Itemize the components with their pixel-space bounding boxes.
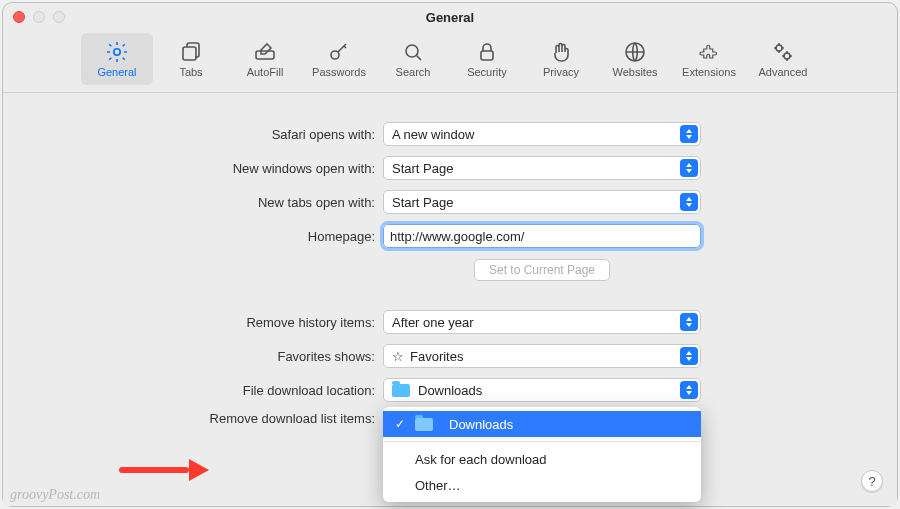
chevrons-icon — [680, 381, 698, 399]
gear-icon — [105, 40, 129, 64]
close-window-button[interactable] — [13, 11, 25, 23]
svg-rect-5 — [481, 51, 493, 60]
set-current-page-button[interactable]: Set to Current Page — [474, 259, 610, 281]
select-value: Start Page — [392, 161, 453, 176]
menu-item-label: Downloads — [449, 417, 513, 432]
folder-icon — [392, 384, 410, 397]
chevrons-icon — [680, 159, 698, 177]
new-tabs-select[interactable]: Start Page — [383, 190, 701, 214]
puzzle-icon — [697, 40, 721, 64]
chevrons-icon — [680, 347, 698, 365]
zoom-window-button[interactable] — [53, 11, 65, 23]
tab-label: Search — [396, 66, 431, 78]
select-value: A new window — [392, 127, 474, 142]
new-windows-label: New windows open with: — [3, 161, 383, 176]
tab-label: Tabs — [179, 66, 202, 78]
svg-point-7 — [776, 45, 782, 51]
tab-label: Websites — [612, 66, 657, 78]
chevrons-icon — [680, 193, 698, 211]
annotation-arrow — [119, 461, 209, 479]
menu-separator — [383, 441, 701, 442]
hand-icon — [549, 40, 573, 64]
tab-websites[interactable]: Websites — [599, 33, 671, 85]
download-location-select[interactable]: Downloads — [383, 378, 701, 402]
tab-label: Privacy — [543, 66, 579, 78]
tab-label: Extensions — [682, 66, 736, 78]
select-value: Favorites — [410, 349, 463, 364]
preferences-window: General General Tabs AutoFill Passwords … — [2, 2, 898, 507]
menu-item-label: Other… — [415, 478, 461, 493]
new-windows-select[interactable]: Start Page — [383, 156, 701, 180]
tab-general[interactable]: General — [81, 33, 153, 85]
homepage-label: Homepage: — [3, 229, 383, 244]
svg-rect-1 — [183, 47, 196, 60]
tab-label: General — [97, 66, 136, 78]
tab-privacy[interactable]: Privacy — [525, 33, 597, 85]
gears-icon — [771, 40, 795, 64]
remove-download-list-label: Remove download list items: — [3, 407, 383, 426]
tab-label: Advanced — [759, 66, 808, 78]
remove-history-select[interactable]: After one year — [383, 310, 701, 334]
lock-icon — [475, 40, 499, 64]
folder-icon — [415, 418, 433, 431]
watermark: groovyPost.com — [10, 487, 100, 503]
select-value: Start Page — [392, 195, 453, 210]
new-tabs-label: New tabs open with: — [3, 195, 383, 210]
menu-item-label: Ask for each download — [415, 452, 547, 467]
chevrons-icon — [680, 125, 698, 143]
tab-autofill[interactable]: AutoFill — [229, 33, 301, 85]
tab-label: Security — [467, 66, 507, 78]
menu-item-downloads[interactable]: ✓ Downloads — [383, 411, 701, 437]
select-value: Downloads — [418, 383, 482, 398]
favorites-shows-label: Favorites shows: — [3, 349, 383, 364]
tab-label: AutoFill — [247, 66, 284, 78]
svg-point-3 — [331, 51, 339, 59]
svg-point-8 — [784, 53, 790, 59]
search-icon — [401, 40, 425, 64]
input-value: http://www.google.com/ — [390, 229, 694, 244]
titlebar: General — [3, 3, 897, 31]
safari-opens-select[interactable]: A new window — [383, 122, 701, 146]
chevrons-icon — [680, 313, 698, 331]
download-location-menu: ✓ Downloads Ask for each download Other… — [383, 407, 701, 502]
tab-advanced[interactable]: Advanced — [747, 33, 819, 85]
safari-opens-label: Safari opens with: — [3, 127, 383, 142]
window-title: General — [3, 10, 897, 25]
minimize-window-button[interactable] — [33, 11, 45, 23]
select-value: After one year — [392, 315, 474, 330]
tab-tabs[interactable]: Tabs — [155, 33, 227, 85]
homepage-input[interactable]: http://www.google.com/ — [383, 224, 701, 248]
window-controls — [13, 11, 65, 23]
menu-item-ask[interactable]: Ask for each download — [383, 446, 701, 472]
pencil-field-icon — [253, 40, 277, 64]
globe-icon — [623, 40, 647, 64]
menu-item-other[interactable]: Other… — [383, 472, 701, 498]
tab-extensions[interactable]: Extensions — [673, 33, 745, 85]
general-pane: Safari opens with: A new window New wind… — [3, 93, 897, 506]
tabs-icon — [179, 40, 203, 64]
key-icon — [327, 40, 351, 64]
help-button[interactable]: ? — [861, 470, 883, 492]
star-icon: ☆ — [392, 349, 404, 364]
download-location-label: File download location: — [3, 383, 383, 398]
svg-point-4 — [406, 45, 418, 57]
svg-point-0 — [114, 49, 120, 55]
svg-rect-2 — [256, 51, 274, 59]
tab-search[interactable]: Search — [377, 33, 449, 85]
favorites-shows-select[interactable]: ☆Favorites — [383, 344, 701, 368]
tab-label: Passwords — [312, 66, 366, 78]
preferences-toolbar: General Tabs AutoFill Passwords Search S… — [3, 31, 897, 93]
tab-security[interactable]: Security — [451, 33, 523, 85]
tab-passwords[interactable]: Passwords — [303, 33, 375, 85]
remove-history-label: Remove history items: — [3, 315, 383, 330]
checkmark-icon: ✓ — [393, 417, 407, 431]
